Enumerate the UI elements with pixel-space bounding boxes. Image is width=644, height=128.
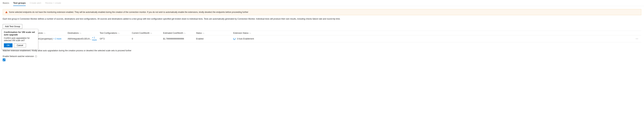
sort-icon: ↑↓ — [249, 32, 251, 34]
tab-create-alert: Create alert — [30, 0, 41, 6]
sort-icon: ↑↓ — [80, 32, 81, 34]
enable-extension-label: Enable Network watcher extension i — [3, 55, 641, 57]
popover-title: Confirmation for VM scale set auto upgra… — [4, 31, 36, 36]
row-destinations-main: AMAIntegrationEU2EUA... — [68, 38, 92, 40]
sort-icon: ↑↓ — [118, 32, 120, 34]
grid-header: Name Sources↑↓ Destinations↑↓ Test Confi… — [3, 31, 641, 35]
info-icon[interactable]: i — [35, 55, 37, 57]
tab-basics[interactable]: Basics — [3, 0, 9, 6]
sort-icon: ↑↓ — [202, 32, 204, 34]
sort-icon: ↑↓ — [184, 32, 186, 34]
col-estimated-cost[interactable]: Estimated Cost/Month↑↓ — [163, 32, 196, 34]
wizard-tabs: Basics Test groups Create alert Review +… — [0, 0, 644, 6]
page-description: Each test group in Connection Monitor de… — [3, 17, 641, 20]
col-status[interactable]: Status↑↓ — [196, 32, 233, 34]
test-groups-grid: Name Sources↑↓ Destinations↑↓ Test Confi… — [3, 31, 641, 42]
row-current-cost: 0 — [132, 38, 133, 40]
confirmation-popover: Confirmation for VM scale set auto upgra… — [2, 29, 38, 50]
row-sources-more-link[interactable]: + 2 more — [53, 38, 61, 40]
warning-icon — [5, 11, 8, 13]
col-test-configs[interactable]: Test Configurations↑↓ — [100, 32, 132, 34]
row-more-menu-icon[interactable]: ⋯ — [636, 37, 638, 40]
refresh-icon — [233, 38, 236, 40]
warning-messagebar: Some selected endpoints do not have the … — [3, 9, 641, 15]
svg-rect-0 — [6, 12, 6, 12]
ok-button[interactable]: OK — [4, 43, 12, 47]
row-destinations-more-link[interactable]: + 1 more — [92, 36, 100, 41]
add-test-group-button[interactable]: Add Test Group — [3, 24, 22, 29]
row-status: Enabled — [196, 38, 204, 40]
warning-text: Some selected endpoints do not have the … — [9, 11, 248, 13]
row-estimated-cost: $1.7999999999999998 — [163, 38, 184, 40]
enable-extension-checkbox[interactable] — [3, 59, 6, 61]
cancel-button[interactable]: Cancel — [14, 43, 26, 47]
col-extension-status[interactable]: Extension Status↑↓ — [233, 32, 636, 34]
col-sources[interactable]: Sources↑↓ — [36, 32, 68, 34]
row-test-config: GFTJ — [100, 38, 105, 40]
lower-help-text: Watcher extension enablement. Kindly all… — [3, 49, 641, 52]
col-current-cost[interactable]: Current Cost/Month↑↓ — [132, 32, 163, 34]
sort-icon: ↑↓ — [44, 32, 46, 34]
tab-review-create: Review + create — [45, 0, 61, 6]
table-row[interactable]: SCFAC Vnet1(anujaintopo) + 2 more AMAInt… — [3, 35, 641, 42]
popover-body: Confirm auto upgradation for selected VM… — [4, 37, 36, 42]
row-extension-status: 3 Auto Enablement — [237, 38, 254, 40]
col-destinations[interactable]: Destinations↑↓ — [68, 32, 100, 34]
tab-test-groups[interactable]: Test groups — [13, 0, 26, 6]
sort-icon: ↑↓ — [150, 32, 152, 34]
